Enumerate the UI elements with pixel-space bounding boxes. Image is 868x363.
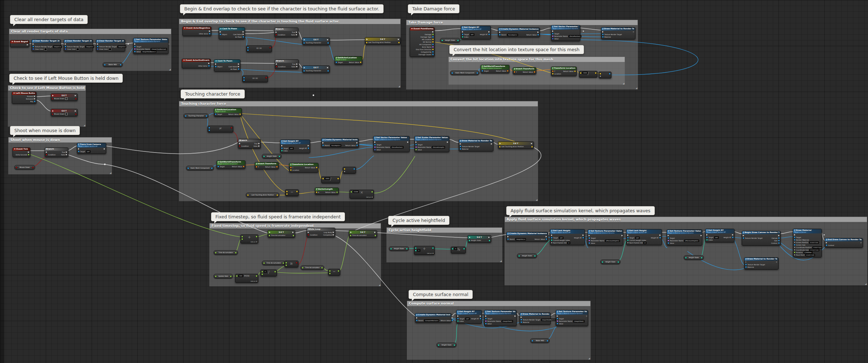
- transform-location-node[interactable]: ƒ Transform LocationTLocationReturn Valu…: [289, 163, 318, 173]
- pin-pin[interactable]: [343, 168, 346, 170]
- pin-pin[interactable]: [322, 142, 342, 144]
- value-pin[interactable]: Value: [484, 323, 514, 325]
- pin-value-field[interactable]: HeightSim ▾: [515, 238, 526, 241]
- add-pin-button[interactable]: Add pin ✚: [350, 196, 374, 198]
- pin-value-field[interactable]: ComputeNormal ▾: [424, 319, 439, 322]
- create-dynamic-material-instance-node[interactable]: ƒ Create Dynamic Material InstanceParent…: [321, 138, 359, 148]
- output-pin-icon[interactable]: [206, 115, 207, 117]
- pin-pin[interactable]: [247, 46, 249, 49]
- target-pin[interactable]: Target: [214, 113, 223, 116]
- pin-pin[interactable]: [168, 43, 171, 45]
- condition-pin[interactable]: Condition: [238, 145, 249, 147]
- pin-pin[interactable]: [230, 126, 233, 129]
- value-field[interactable]: 120: [238, 275, 243, 277]
- return-value-pin[interactable]: Return Value: [325, 191, 338, 194]
- variable-get-height-state[interactable]: Height State: [600, 260, 620, 264]
- target-pin[interactable]: Target: [556, 318, 585, 320]
- set-last-touching-actor-position-node[interactable]: SETLast Touching Actor Position: [498, 141, 534, 149]
- t-pin[interactable]: T: [289, 166, 300, 169]
- end-draw-canvas-to-render-target-node[interactable]: ƒ End Draw Canvas to Render TargetContex…: [825, 238, 863, 248]
- pin-pin[interactable]: [374, 141, 404, 144]
- pin-pin[interactable]: [415, 317, 440, 319]
- pin-pin[interactable]: 1000: [322, 177, 331, 180]
- set-texture-parameter-value-node[interactable]: ƒ Set Texture Parameter ValueTarget is M…: [484, 310, 517, 326]
- parameter-name-pin[interactable]: Parameter Name[HeightField]: [484, 320, 514, 323]
- pin-value-field[interactable]: HeightfieldNorm ▾: [141, 50, 156, 53]
- pin-pin[interactable]: [556, 315, 585, 318]
- set-mouse-down-node[interactable]: SETMouse Down✓: [51, 93, 78, 101]
- pin-value-field[interactable]: self: [86, 150, 91, 153]
- material-pin[interactable]: Material: [459, 148, 480, 150]
- texture-render-target-pin[interactable]: Texture Render TargetHeight1 ▾: [32, 45, 63, 48]
- pin-pin[interactable]: [545, 236, 548, 238]
- value-pin[interactable]: ValueHeightfieldNorm ▾: [133, 50, 168, 53]
- draw-material-node[interactable]: ƒ Draw MaterialTarget is CanvasTargetRen…: [793, 229, 822, 257]
- pin-pin[interactable]: [823, 234, 826, 236]
- canvas-pin[interactable]: Canvas: [771, 237, 780, 239]
- height-rt-pin[interactable]: Height RT: [298, 147, 310, 150]
- output-pin-icon[interactable]: [534, 255, 536, 257]
- pin-pin[interactable]: 1: [414, 249, 421, 252]
- clear-color-pin[interactable]: Clear Color: [32, 48, 63, 50]
- pin-pin[interactable]: [507, 236, 527, 238]
- pin-value-field[interactable]: [ForcePosition]: [569, 35, 581, 38]
- get-height-rt-node[interactable]: ƒ Get Height RTTarget is Water Surface B…: [280, 140, 310, 153]
- pin-value-field[interactable]: [PreviousHeight2]: [684, 239, 699, 242]
- num-frames-old-pin[interactable]: Num Frames Old1: [550, 242, 571, 244]
- pin-pin[interactable]: [337, 177, 340, 180]
- pin-pin[interactable]: [242, 31, 245, 33]
- pin-pin[interactable]: [461, 31, 475, 33]
- output-pin-icon[interactable]: [32, 167, 34, 168]
- pin-pin[interactable]: [247, 49, 249, 51]
- pin-pin[interactable]: [337, 270, 340, 272]
- output-pin-icon[interactable]: [120, 64, 121, 66]
- t-pin[interactable]: T: [551, 70, 562, 73]
- while-loop-node[interactable]: While LoopConditionLoop BodyCompleted: [307, 228, 335, 237]
- getworldtransform-node[interactable]: ƒ GetWorldTransformTarget is Scene Compo…: [481, 65, 509, 73]
- render-material-pin[interactable]: Render Material: [793, 239, 823, 241]
- pin-pin[interactable]: [243, 79, 245, 81]
- texture-render-target-pin[interactable]: Texture Render Target: [601, 33, 623, 36]
- pin-pin[interactable]: 0.006: [350, 190, 360, 193]
- material-pin[interactable]: Material: [601, 36, 623, 38]
- pin-pin[interactable]: [582, 30, 585, 33]
- pin-pin[interactable]: [127, 43, 130, 45]
- condition-pin[interactable]: Condition: [275, 66, 286, 68]
- pin-value-field[interactable]: [HeightfieldNormal]: [151, 48, 167, 50]
- pin-pin[interactable]: [550, 234, 571, 237]
- a-pin[interactable]: A: [315, 191, 320, 194]
- hit-location-pin[interactable]: Hit Location: [421, 38, 434, 41]
- set-time-accumulator-node[interactable]: SETTime Accumulator: [268, 230, 295, 238]
- draw-material-to-render-target-node[interactable]: ƒ Draw Material to Render TargetTexture …: [520, 313, 551, 325]
- pin-pin[interactable]: [208, 129, 211, 131]
- return-value-pin[interactable]: Return Value: [304, 166, 318, 169]
- event-actorbeginoverlap-node[interactable]: ❖ Event ActorBeginOverlapOther Actor: [182, 26, 211, 36]
- variable-get-mouse-down[interactable]: Mouse Down: [14, 165, 35, 170]
- color-swatch[interactable]: [109, 48, 111, 50]
- parent-pin[interactable]: ParentForceSplat ▾: [322, 144, 342, 147]
- pin-pin[interactable]: [27, 151, 30, 154]
- time-accumulator-pin[interactable]: Time Accumulator: [349, 234, 367, 237]
- value-pin[interactable]: Value: [588, 242, 621, 245]
- t-pin[interactable]: T: [255, 166, 260, 168]
- pin-pin[interactable]: 1: [261, 270, 268, 273]
- pin-value-field[interactable]: self: [289, 147, 294, 150]
- parent-pin[interactable]: ParentHeightSim ▾: [507, 238, 527, 241]
- set-time-accumulator-node[interactable]: SETTime Accumulator: [349, 230, 377, 238]
- variable-get-height-state[interactable]: Height State: [437, 343, 457, 347]
- pin-pin[interactable]: [860, 242, 863, 244]
- pin-pin[interactable]: [431, 31, 434, 33]
- node-node[interactable]: +Add pin ✚: [240, 234, 258, 243]
- target-pin[interactable]: Targetself: [281, 147, 294, 150]
- return-value-pin[interactable]: Return Value: [562, 70, 576, 73]
- pin-pin[interactable]: [659, 234, 662, 237]
- node-node[interactable]: /1000: [321, 176, 340, 183]
- other-actor-pin[interactable]: Other Actor: [198, 65, 210, 67]
- target-pin[interactable]: Target: [793, 236, 823, 239]
- pin-pin[interactable]: [599, 72, 602, 75]
- value-field[interactable]: 1000: [325, 177, 330, 180]
- invert-transform-node[interactable]: ƒ Invert TransformTReturn Value: [513, 67, 536, 74]
- pin-pin[interactable]: 1000: [579, 72, 589, 74]
- released-pin[interactable]: Released: [25, 98, 36, 100]
- variable-get-static-mesh-component[interactable]: Static Mesh Component: [450, 71, 479, 75]
